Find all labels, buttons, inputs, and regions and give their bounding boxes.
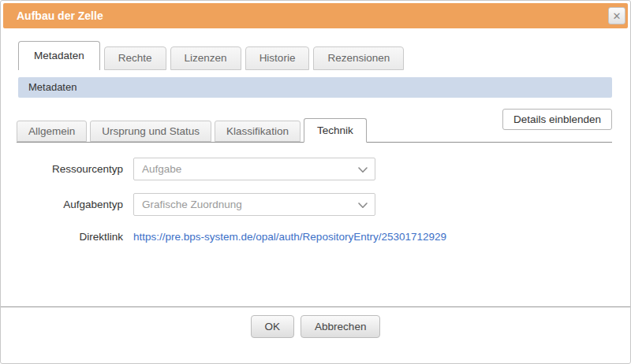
aufgabentyp-label: Aufgabentyp [1, 199, 123, 210]
tab-rezensionen[interactable]: Rezensionen [313, 46, 404, 70]
tab-rechte[interactable]: Rechte [104, 46, 166, 70]
footer-button-bar: OK Abbrechen [1, 315, 630, 338]
chevron-down-icon [358, 202, 368, 209]
tab-lizenzen[interactable]: Lizenzen [170, 46, 241, 70]
dialog-aufbau-der-zelle: Aufbau der Zelle ✕ Metadaten Rechte Lize… [0, 0, 631, 364]
close-icon: ✕ [613, 11, 622, 21]
aufgabentyp-select[interactable]: Grafische Zuordnung [133, 193, 375, 216]
aufgabentyp-value: Grafische Zuordnung [142, 199, 242, 210]
chevron-down-icon [358, 167, 368, 173]
direktlink-label: Direktlink [1, 231, 123, 243]
subtab-ursprung-und-status[interactable]: Ursprung und Status [90, 121, 211, 142]
sub-tab-bar: Allgemein Ursprung und Status Klassifika… [17, 117, 612, 143]
ressourcentyp-label: Ressourcentyp [1, 163, 123, 175]
close-button[interactable]: ✕ [608, 7, 625, 24]
ressourcentyp-select[interactable]: Aufgabe [133, 158, 375, 180]
subtab-allgemein[interactable]: Allgemein [17, 121, 87, 142]
tab-metadaten[interactable]: Metadaten [18, 41, 100, 70]
ok-button[interactable]: OK [251, 315, 295, 338]
section-header-metadaten: Metadaten [18, 77, 612, 98]
dialog-titlebar: Aufbau der Zelle ✕ [3, 3, 628, 28]
tab-historie[interactable]: Historie [245, 46, 310, 70]
dialog-title: Aufbau der Zelle [17, 3, 103, 28]
main-tab-bar: Metadaten Rechte Lizenzen Historie Rezen… [18, 40, 408, 70]
footer-divider [1, 306, 630, 307]
subtab-klassifikation[interactable]: Klassifikation [215, 121, 301, 142]
ressourcentyp-value: Aufgabe [142, 163, 181, 175]
direktlink-url[interactable]: https://pre.bps-system.de/opal/auth/Repo… [133, 231, 446, 243]
cancel-button[interactable]: Abbrechen [301, 315, 380, 338]
section-header-label: Metadaten [18, 77, 612, 98]
subtab-technik[interactable]: Technik [304, 118, 367, 143]
